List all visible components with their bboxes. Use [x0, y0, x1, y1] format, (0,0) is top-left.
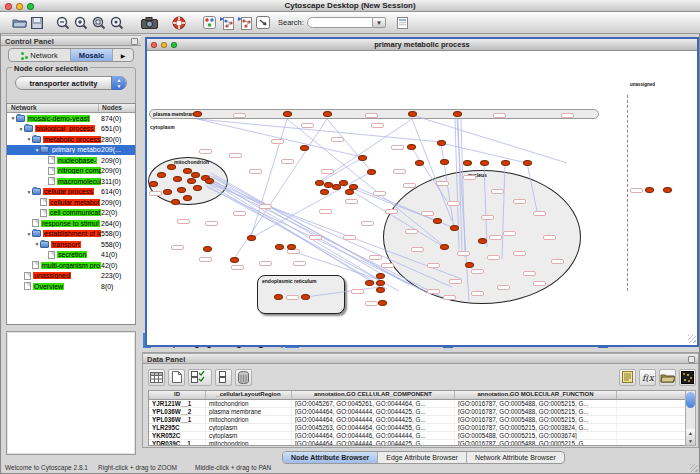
graph-node[interactable]: [193, 185, 202, 191]
network-tree-row[interactable]: ▼biological_process651(0): [7, 124, 135, 135]
zoom-in-icon[interactable]: [72, 14, 90, 32]
graph-node[interactable]: [463, 160, 472, 166]
network-tree-row[interactable]: ▼establishment of lo558(0): [7, 229, 135, 240]
graph-node[interactable]: [408, 111, 417, 117]
network-tree-row[interactable]: multi-organism pro42(0): [7, 260, 135, 271]
network-tree-row[interactable]: ▼transport558(0): [7, 239, 135, 250]
network-tree-row[interactable]: secretion41(0): [7, 250, 135, 261]
graph-node[interactable]: [367, 169, 376, 175]
network-tree-row[interactable]: cell communicat22(0): [7, 208, 135, 219]
graph-node[interactable]: [339, 180, 348, 186]
table-scrollbar[interactable]: ▲▼: [685, 390, 696, 446]
birdseye-view[interactable]: [6, 331, 136, 455]
graph-node[interactable]: [415, 160, 424, 166]
table-col-header[interactable]: annotation.GO MOLECULAR_FUNCTION: [455, 391, 617, 399]
network-tree-row[interactable]: ▼metabolic process280(0): [7, 134, 135, 145]
graph-node[interactable]: [301, 294, 310, 300]
open-folder-icon[interactable]: [10, 14, 28, 32]
new-network-icon[interactable]: [236, 14, 254, 32]
network-canvas[interactable]: plasma membranecytoplasmmitochondrionnuc…: [147, 51, 697, 344]
table-row[interactable]: YJR121W__1mitochondrion[GO:0045267, GO:0…: [149, 400, 687, 408]
graph-node[interactable]: [523, 160, 532, 166]
graph-node[interactable]: [320, 189, 329, 195]
graph-node[interactable]: [501, 160, 510, 166]
graph-node[interactable]: [173, 176, 182, 182]
table-row[interactable]: YKR052Ccytoplasm[GO:0044464, GO:0044446,…: [149, 432, 687, 440]
graph-node[interactable]: [191, 172, 200, 178]
graph-node[interactable]: [376, 280, 385, 286]
scrollbar-thumb[interactable]: [686, 392, 695, 408]
graph-node[interactable]: [323, 111, 332, 117]
vizmapper-icon[interactable]: [200, 14, 218, 32]
graph-node[interactable]: [378, 300, 387, 306]
graph-node[interactable]: [365, 280, 374, 286]
scrollbar-arrows[interactable]: ▲▼: [686, 429, 695, 445]
tab-network[interactable]: Network: [9, 49, 71, 61]
function-builder-icon[interactable]: f(x): [639, 369, 656, 386]
matrix-icon[interactable]: [679, 369, 696, 386]
new-attribute-icon[interactable]: [168, 369, 185, 386]
attribute-table[interactable]: ID_cellularLayoutRegionannotation.GO CEL…: [148, 390, 688, 446]
network-tree-row[interactable]: ▼primary metabo209(...: [7, 145, 135, 156]
attribute-table-icon[interactable]: [148, 369, 165, 386]
graph-node[interactable]: [171, 199, 180, 205]
delete-attribute-icon[interactable]: [235, 369, 252, 386]
graph-node[interactable]: [453, 111, 462, 117]
graph-node[interactable]: [480, 160, 489, 166]
graph-node[interactable]: [349, 184, 358, 190]
graph-node[interactable]: [283, 111, 292, 117]
table-col-header[interactable]: annotation.GO CELLULAR_COMPONENT: [292, 391, 455, 399]
tab-mosaic[interactable]: Mosaic: [71, 49, 113, 61]
help-icon[interactable]: [170, 14, 188, 32]
select-attributes-icon[interactable]: [188, 369, 212, 386]
graph-node[interactable]: [193, 111, 202, 117]
network-tree-row[interactable]: Overview8(0): [7, 281, 135, 292]
graph-node[interactable]: [183, 195, 192, 201]
save-icon[interactable]: [28, 14, 46, 32]
notes-icon[interactable]: [619, 369, 636, 386]
camera-icon[interactable]: [140, 14, 158, 32]
tab-network-attribute-browser[interactable]: Network Attribute Browser: [467, 452, 564, 463]
graph-node[interactable]: [274, 294, 283, 300]
graph-node[interactable]: [315, 180, 324, 186]
graph-node[interactable]: [433, 218, 442, 224]
float-data-panel-icon[interactable]: [688, 356, 695, 363]
graph-node[interactable]: [645, 187, 654, 193]
graph-node[interactable]: [149, 181, 158, 187]
graph-node[interactable]: [205, 178, 214, 184]
graph-node[interactable]: [376, 273, 385, 279]
zoom-fit-icon[interactable]: [108, 14, 126, 32]
annotation-icon[interactable]: [254, 14, 272, 32]
window-titlebar[interactable]: Cytoscape Desktop (New Session): [0, 0, 700, 12]
import-network-icon[interactable]: [218, 14, 236, 32]
graph-node[interactable]: [157, 172, 166, 178]
network-tree-row[interactable]: ▼mosaic-demo-yeast874(0): [7, 113, 135, 124]
network-tree-row[interactable]: nucleobase-209(0): [7, 155, 135, 166]
tab-node-attribute-browser[interactable]: Node Attribute Browser: [283, 452, 378, 463]
network-frame-titlebar[interactable]: primary metabolic process: [147, 39, 697, 51]
network-tree-row[interactable]: nitrogen compo209(0): [7, 166, 135, 177]
graph-node[interactable]: [478, 238, 487, 244]
zoom-out-icon[interactable]: [54, 14, 72, 32]
table-row[interactable]: YDR039C__1mitochondrion[GO:0044464, GO:0…: [149, 440, 687, 446]
graph-node[interactable]: [287, 244, 296, 250]
table-col-header[interactable]: _cellularLayoutRegion: [206, 391, 292, 399]
graph-node[interactable]: [437, 140, 446, 146]
graph-node[interactable]: [407, 144, 416, 150]
table-row[interactable]: YLR295Ccytoplasm[GO:0045263, GO:0044464,…: [149, 424, 687, 432]
search-dropdown-icon[interactable]: ▼: [373, 17, 386, 28]
graph-node[interactable]: [663, 187, 672, 193]
table-row[interactable]: YPL036W__1mitochondrion[GO:0044464, GO:0…: [149, 416, 687, 424]
graph-node[interactable]: [167, 164, 176, 170]
graph-node[interactable]: [465, 262, 474, 268]
graph-node[interactable]: [376, 287, 385, 293]
search-input[interactable]: [307, 17, 373, 28]
unselect-attributes-icon[interactable]: [215, 369, 232, 386]
graph-node[interactable]: [300, 145, 309, 151]
tree-col-nodes[interactable]: Nodes: [99, 104, 135, 112]
more-tabs-icon[interactable]: ▶: [113, 49, 133, 61]
graph-node[interactable]: [187, 178, 196, 184]
graph-node[interactable]: [177, 187, 186, 193]
graph-node[interactable]: [247, 235, 256, 241]
table-col-header[interactable]: ID: [149, 391, 206, 399]
